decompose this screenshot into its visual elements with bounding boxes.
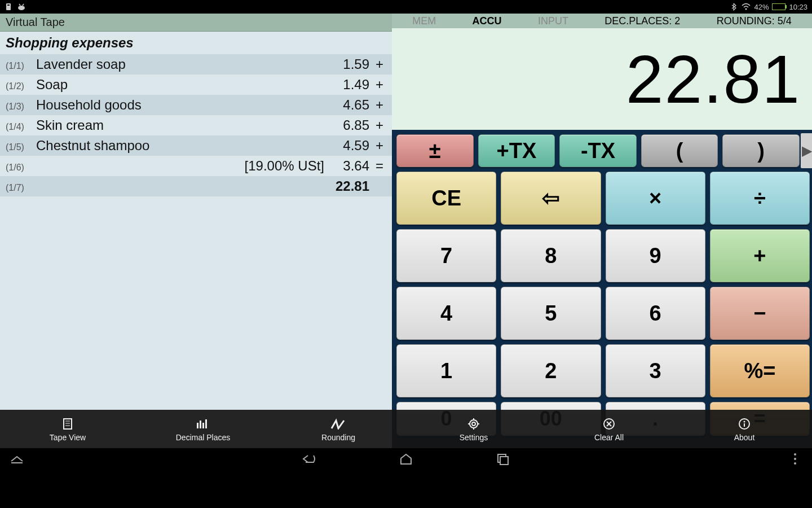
tape-row-value: 1.59 [330,56,369,72]
status-mem: MEM [412,15,436,27]
tape-title: Shopping expenses [0,32,392,54]
tape-row[interactable]: (1/1) Lavender soap 1.59 + [0,54,392,75]
tape-view-icon [60,416,76,432]
sim-icon [5,2,14,11]
minus-button[interactable]: − [710,287,810,340]
status-dec-places: DEC.PLACES: 2 [604,15,680,27]
status-rounding: ROUNDING: 5/4 [717,15,792,27]
svg-rect-12 [202,423,204,428]
svg-point-5 [745,8,747,10]
digit-8-button[interactable]: 8 [501,229,601,282]
toolbar-about[interactable]: About [677,410,812,448]
tape-rows: (1/1) Lavender soap 1.59 + (1/2) Soap 1.… [0,54,392,448]
tape-row-idx: (1/1) [6,61,32,71]
svg-point-29 [794,453,796,456]
tape-row-idx: (1/4) [6,122,32,132]
toolbar-settings[interactable]: Settings [406,410,541,448]
status-accu: ACCU [473,15,502,27]
nav-menu-icon[interactable] [786,450,804,468]
svg-rect-13 [205,419,207,428]
toolbar-label: Decimal Places [176,433,230,442]
svg-rect-11 [200,421,201,428]
svg-rect-25 [744,423,745,427]
lparen-button[interactable]: ( [641,134,718,167]
digit-2-button[interactable]: 2 [501,344,601,397]
digit-1-button[interactable]: 1 [396,344,496,397]
bluetooth-icon [729,2,738,11]
svg-line-4 [23,4,24,6]
tape-row-label: Chestnut shampoo [36,138,330,154]
tape-row-idx: (1/2) [6,81,32,91]
tape-row-idx: (1/6) [6,163,32,173]
plus-button[interactable]: + [710,229,810,282]
tape-row-label: Lavender soap [36,56,330,72]
minus-tax-button[interactable]: -TX [559,134,637,167]
svg-point-15 [472,422,475,426]
multiply-button[interactable]: × [606,172,705,225]
tape-row[interactable]: (1/6) [19.00% USt] 3.64 = [0,156,392,176]
gear-icon [466,416,482,432]
plus-tax-button[interactable]: +TX [478,134,555,167]
toolbar-label: About [734,433,755,442]
percent-equals-button[interactable]: %= [710,344,810,397]
tape-row-value: 4.65 [330,97,369,113]
digit-5-button[interactable]: 5 [501,287,601,340]
toolbar-label: Clear All [594,433,624,442]
tape-row-value: 22.81 [330,178,369,194]
decimal-places-icon [195,416,211,432]
toolbar-clear-all[interactable]: Clear All [541,410,677,448]
svg-point-30 [794,458,796,460]
svg-rect-6 [64,419,72,429]
clear-all-icon [601,416,617,432]
toolbar-label: Settings [460,433,488,442]
rounding-icon [330,416,346,432]
toolbar-rounding[interactable]: Rounding [271,410,406,448]
svg-point-2 [18,6,25,10]
toolbar-decimal-places[interactable]: Decimal Places [135,410,271,448]
backspace-button[interactable]: ⇦ [501,172,601,225]
toolbar-label: Rounding [321,433,355,442]
svg-point-31 [794,462,796,465]
tape-row[interactable]: (1/5) Chestnut shampoo 4.59 + [0,135,392,156]
calculator-panel: MEM ACCU INPUT DEC.PLACES: 2 ROUNDING: 5… [392,14,812,448]
tape-row-op: + [373,97,386,113]
digit-6-button[interactable]: 6 [606,287,705,340]
tape-row-op: = [373,158,386,174]
svg-rect-28 [500,457,508,465]
svg-rect-1 [7,5,10,6]
svg-point-24 [744,421,745,423]
tape-row-idx: (1/3) [6,102,32,112]
tape-row-idx: (1/7) [6,183,32,193]
toolbar-label: Tape View [50,433,86,442]
tape-row[interactable]: (1/2) Soap 1.49 + [0,75,392,95]
tape-row[interactable]: (1/3) Household goods 4.65 + [0,95,392,115]
expand-keypad-icon[interactable]: ▶ [801,133,812,168]
digit-7-button[interactable]: 7 [396,229,496,282]
svg-rect-10 [197,423,198,428]
nav-back-icon[interactable] [300,450,318,468]
tape-row-label: Skin cream [36,117,330,133]
nav-recent-icon[interactable] [494,450,512,468]
tape-row-idx: (1/5) [6,142,32,152]
digit-4-button[interactable]: 4 [396,287,496,340]
digit-9-button[interactable]: 9 [606,229,705,282]
toolbar-tape-view[interactable]: Tape View [0,410,135,448]
nav-home-up-icon[interactable] [8,450,26,468]
rparen-button[interactable]: ) [722,134,800,167]
tape-row-value: 6.85 [330,117,369,133]
keypad: ▶ ± +TX -TX ( ) CE ⇦ × ÷ 7 8 9 + 4 [392,130,812,448]
svg-line-3 [19,4,20,6]
tape-row-total[interactable]: (1/7) 22.81 [0,176,392,196]
ce-button[interactable]: CE [396,172,496,225]
plus-minus-button[interactable]: ± [396,134,474,167]
status-input: INPUT [538,15,568,27]
status-time: 10:23 [789,3,807,11]
calc-display: 22.81 [392,28,812,130]
nav-home-icon[interactable] [397,450,415,468]
info-icon [736,416,752,432]
tape-row-value: 3.64 [330,158,369,174]
tape-row-op: + [373,77,386,93]
tape-row[interactable]: (1/4) Skin cream 6.85 + [0,115,392,135]
divide-button[interactable]: ÷ [710,172,810,225]
digit-3-button[interactable]: 3 [606,344,705,397]
